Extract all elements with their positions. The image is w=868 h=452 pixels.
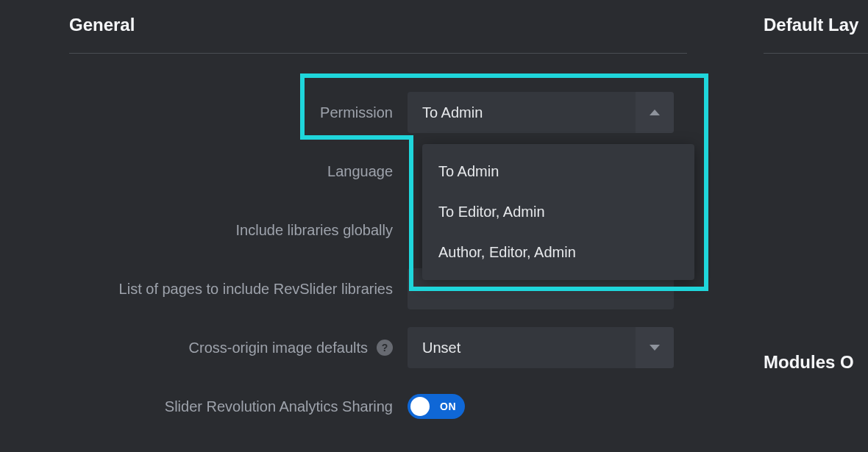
analytics-toggle[interactable]: ON xyxy=(408,394,465,419)
permission-select-arrow[interactable] xyxy=(636,92,674,133)
analytics-label: Slider Revolution Analytics Sharing xyxy=(69,398,408,415)
modules-title: Modules O xyxy=(764,352,868,373)
cross-origin-label: Cross-origin image defaults ? xyxy=(69,340,408,356)
default-layers-panel: Default Lay D Def Modules O xyxy=(764,15,868,373)
dropdown-option-editor-admin[interactable]: To Editor, Admin xyxy=(422,192,694,232)
right-row-1: D xyxy=(764,83,868,142)
permission-select-value: To Admin xyxy=(408,104,636,121)
toggle-knob xyxy=(410,397,430,416)
help-icon[interactable]: ? xyxy=(377,340,393,356)
row-cross-origin: Cross-origin image defaults ? Unset xyxy=(69,318,687,377)
highlight-frame-joint xyxy=(300,135,413,140)
row-permission: Permission To Admin xyxy=(69,83,687,142)
dropdown-option-author-editor-admin[interactable]: Author, Editor, Admin xyxy=(422,232,694,273)
language-label: Language xyxy=(69,163,408,180)
chevron-up-icon xyxy=(650,110,660,115)
cross-origin-label-text: Cross-origin image defaults xyxy=(189,340,368,356)
right-row-2: Def xyxy=(764,142,868,201)
cross-origin-select-arrow[interactable] xyxy=(636,327,674,368)
permission-label: Permission xyxy=(69,104,408,121)
default-layers-title: Default Lay xyxy=(764,15,868,54)
dropdown-option-admin[interactable]: To Admin xyxy=(422,151,694,192)
right-row-4 xyxy=(764,259,868,318)
right-row-3 xyxy=(764,201,868,259)
general-title: General xyxy=(69,15,687,54)
list-pages-label: List of pages to include RevSlider libra… xyxy=(69,281,408,298)
include-globally-label: Include libraries globally xyxy=(69,222,408,239)
cross-origin-select[interactable]: Unset xyxy=(408,327,674,368)
chevron-down-icon xyxy=(650,345,660,351)
toggle-on-label: ON xyxy=(440,401,456,412)
permission-dropdown[interactable]: To Admin To Editor, Admin Author, Editor… xyxy=(422,144,694,280)
cross-origin-select-value: Unset xyxy=(408,340,636,356)
row-analytics: Slider Revolution Analytics Sharing ON xyxy=(69,377,687,436)
permission-select[interactable]: To Admin xyxy=(408,92,674,133)
